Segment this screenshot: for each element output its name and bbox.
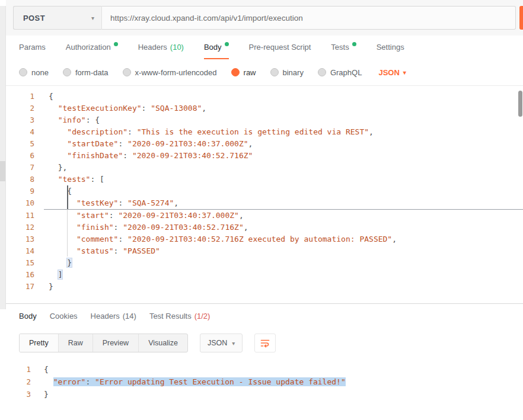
request-url-bar: POST ▾ https://xray.cloud.xpand-it.com/a… [6, 0, 523, 36]
line-content: }, [44, 162, 523, 174]
request-tabs: ParamsAuthorizationHeaders(10)BodyPre-re… [6, 36, 523, 59]
tab-test-results[interactable]: Test Results(1/2) [149, 304, 211, 329]
line-content: "start": "2020-09-21T03:40:37.000Z", [44, 210, 523, 222]
line-number: 1 [6, 91, 44, 102]
method-dropdown[interactable]: POST ▾ [13, 6, 102, 30]
body-mode-form-data[interactable]: form-data [63, 68, 109, 77]
mode-label: x-www-form-urlencoded [135, 68, 217, 77]
tab-cookies[interactable]: Cookies [50, 304, 78, 329]
view-preview[interactable]: Preview [93, 334, 139, 352]
line-number: 15 [6, 257, 44, 269]
url-input[interactable]: https://xray.cloud.xpand-it.com/api/v1/i… [102, 6, 516, 30]
request-response-pane: POST ▾ https://xray.cloud.xpand-it.com/a… [6, 0, 523, 414]
line-number: 1 [6, 363, 39, 376]
response-language-label: JSON [208, 339, 227, 347]
request-body-editor[interactable]: 1{2 "testExecutionKey": "SQA-13008",3 "i… [6, 85, 523, 303]
tab-settings[interactable]: Settings [377, 36, 404, 59]
mode-label: binary [283, 68, 304, 77]
mode-label: form-data [75, 68, 109, 77]
line-content: { [39, 363, 523, 376]
sidebar-collapsed-strip [0, 6, 6, 309]
line-number: 17 [6, 281, 44, 293]
view-pretty[interactable]: Pretty [20, 334, 59, 352]
tab-count: (10) [170, 43, 184, 52]
tab-body[interactable]: Body [204, 36, 229, 59]
line-number: 12 [6, 222, 44, 233]
code-line: 10 "testKey": "SQA-5274", [6, 197, 523, 210]
radio-icon [270, 68, 279, 76]
tab-label: Headers [91, 312, 120, 320]
code-line: 15 } [6, 257, 523, 269]
response-tabs: BodyCookiesHeaders(14)Test Results(1/2) [6, 304, 523, 329]
body-mode-raw[interactable]: raw [231, 68, 256, 77]
response-body-viewer[interactable]: 1{2 "error": "Error updating Test Execut… [6, 357, 523, 414]
code-line: 4 "description": "This is the execution … [6, 126, 523, 138]
line-content: "testKey": "SQA-5274", [44, 197, 523, 210]
tab-label: Authorization [66, 43, 111, 52]
line-content: "testExecutionKey": "SQA-13008", [44, 102, 523, 114]
view-visualize[interactable]: Visualize [139, 334, 187, 352]
wrap-text-button[interactable] [254, 334, 276, 352]
code-line: 9 { [6, 185, 523, 197]
send-button-partial[interactable] [519, 6, 523, 30]
radio-icon [318, 68, 326, 76]
mode-label: raw [244, 68, 256, 77]
code-line: 3 "info": { [6, 114, 523, 126]
green-dot-indicator [225, 42, 229, 46]
green-dot-indicator [352, 42, 356, 46]
line-number: 13 [6, 233, 44, 245]
tab-authorization[interactable]: Authorization [66, 36, 118, 59]
line-number: 5 [6, 138, 44, 150]
tab-params[interactable]: Params [19, 36, 46, 59]
tab-pre-request-script[interactable]: Pre-request Script [249, 36, 311, 59]
tab-headers[interactable]: Headers(10) [138, 36, 184, 59]
tab-body[interactable]: Body [19, 304, 37, 329]
tab-tests[interactable]: Tests [331, 36, 356, 59]
scrollbar-thumb[interactable] [518, 91, 522, 117]
tab-count: (1/2) [194, 312, 211, 320]
body-language-dropdown[interactable]: JSON ▾ [378, 68, 406, 77]
chevron-down-icon: ▾ [403, 69, 406, 76]
text-cursor [67, 185, 68, 209]
tab-headers[interactable]: Headers(14) [91, 304, 136, 329]
wrap-text-icon [260, 338, 270, 348]
body-mode-binary[interactable]: binary [270, 68, 304, 77]
line-number: 16 [6, 269, 44, 281]
chevron-down-icon: ▾ [232, 340, 235, 347]
view-raw[interactable]: Raw [59, 334, 93, 352]
code-line: 7 }, [6, 162, 523, 174]
green-dot-indicator [114, 42, 118, 46]
tab-label: Cookies [50, 312, 78, 320]
sidebar-toggle-handle[interactable] [0, 161, 5, 181]
tab-label: Body [204, 43, 222, 52]
body-mode-x-www-form-urlencoded[interactable]: x-www-form-urlencoded [123, 68, 217, 77]
editor-scrollbar[interactable] [518, 86, 523, 303]
body-mode-graphql[interactable]: GraphQL [318, 68, 362, 77]
tab-label: Body [19, 312, 37, 320]
line-number: 6 [6, 150, 44, 162]
radio-icon [19, 68, 27, 76]
response-code: 1{2 "error": "Error updating Test Execut… [6, 363, 523, 400]
radio-icon [123, 68, 131, 76]
code-line: 8 "tests": [ [6, 174, 523, 185]
radio-icon [63, 68, 71, 76]
tab-label: Test Results [149, 312, 192, 320]
code-line: 11 "start": "2020-09-21T03:40:37.000Z", [6, 210, 523, 222]
line-number: 4 [6, 126, 44, 138]
mode-label: none [31, 68, 49, 77]
line-number: 2 [6, 376, 39, 388]
response-language-dropdown[interactable]: JSON ▾ [200, 334, 243, 352]
code-line: 2 "error": "Error updating Test Executio… [6, 376, 523, 388]
code-line: 5 "startDate": "2020-09-21T03:40:37.000Z… [6, 138, 523, 150]
body-mode-none[interactable]: none [19, 68, 49, 77]
line-content: } [44, 281, 523, 293]
tab-count: (14) [123, 312, 136, 320]
line-number: 3 [6, 388, 39, 400]
code-line: 12 "finish": "2020-09-21T03:40:52.716Z", [6, 222, 523, 233]
postman-app: POST ▾ https://xray.cloud.xpand-it.com/a… [0, 0, 523, 420]
mode-label: GraphQL [330, 68, 362, 77]
line-content: { [44, 185, 523, 197]
code-line: 13 "comment": "2020-09-21T03:40:52.716Z … [6, 233, 523, 245]
line-content: "finishDate": "2020-09-21T03:40:52.716Z" [44, 150, 523, 162]
code-line: 1{ [6, 91, 523, 102]
